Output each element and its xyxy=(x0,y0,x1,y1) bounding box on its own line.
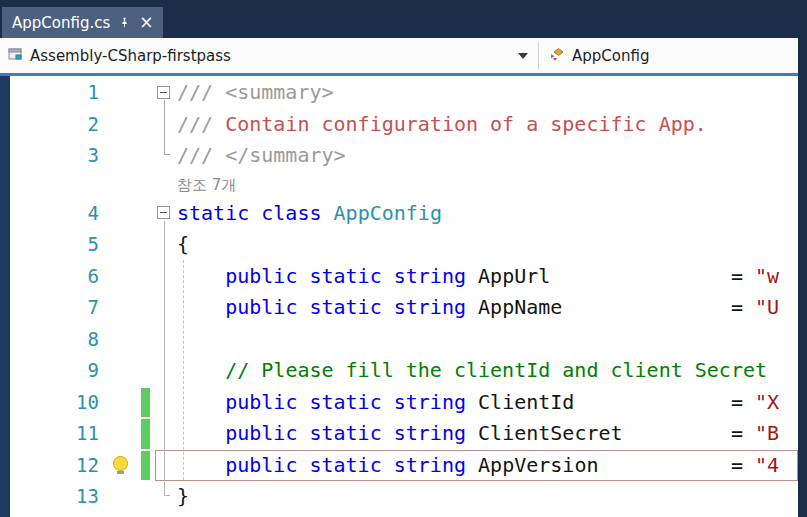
editor-left-margin xyxy=(0,76,10,517)
glyph-margin xyxy=(105,261,135,293)
codelens-references[interactable]: 참조 7개 xyxy=(177,172,798,198)
document-tab-bar: AppConfig.cs × xyxy=(0,0,807,38)
code-line[interactable]: 2/// Contain configuration of a specific… xyxy=(0,109,798,141)
code-text[interactable]: static class AppConfig xyxy=(177,198,798,230)
change-tracking-margin xyxy=(135,324,155,356)
change-tracking-margin xyxy=(135,198,155,230)
change-tracking-margin xyxy=(135,450,155,482)
change-tracking-margin xyxy=(135,229,155,261)
outlining-margin xyxy=(155,355,177,387)
code-area[interactable]: 1/// <summary>2/// Contain configuration… xyxy=(0,77,798,513)
line-number xyxy=(0,172,105,198)
code-text[interactable]: // Please fill the clientId and client S… xyxy=(177,355,798,387)
outlining-margin xyxy=(155,324,177,356)
outlining-margin xyxy=(155,450,177,482)
code-editor[interactable]: 1/// <summary>2/// Contain configuration… xyxy=(0,76,807,517)
code-text[interactable]: } xyxy=(177,481,798,513)
code-line[interactable]: 12 public static string AppVersion = "4 xyxy=(0,450,798,482)
fold-toggle-icon[interactable] xyxy=(157,86,170,99)
line-number: 7 xyxy=(0,292,105,324)
outlining-margin xyxy=(155,481,177,513)
glyph-margin xyxy=(105,109,135,141)
glyph-margin xyxy=(105,387,135,419)
code-line[interactable]: 1/// <summary> xyxy=(0,77,798,109)
vs-editor-window: AppConfig.cs × Assembly-CSharp-firstpass xyxy=(0,0,807,76)
type-dropdown[interactable]: AppConfig xyxy=(539,38,807,73)
code-text[interactable] xyxy=(177,324,798,356)
tab-title: AppConfig.cs xyxy=(12,14,110,32)
code-line[interactable]: 13} xyxy=(0,481,798,513)
code-line[interactable]: 9 // Please fill the clientId and client… xyxy=(0,355,798,387)
change-tracking-margin xyxy=(135,418,155,450)
code-line[interactable]: 3/// </summary> xyxy=(0,140,798,172)
line-number: 13 xyxy=(0,481,105,513)
type-dropdown-value: AppConfig xyxy=(572,47,649,65)
glyph-margin xyxy=(105,172,135,198)
project-dropdown[interactable]: Assembly-CSharp-firstpass xyxy=(0,38,538,73)
line-number: 10 xyxy=(0,387,105,419)
glyph-margin xyxy=(105,481,135,513)
code-text[interactable]: public static string AppUrl = "w xyxy=(177,261,798,293)
close-icon[interactable]: × xyxy=(139,14,153,31)
line-number: 1 xyxy=(0,77,105,109)
code-line[interactable]: 8 xyxy=(0,324,798,356)
glyph-margin xyxy=(105,418,135,450)
change-bar xyxy=(141,419,150,449)
code-line[interactable]: 7 public static string AppName = "U xyxy=(0,292,798,324)
change-tracking-margin xyxy=(135,481,155,513)
code-line[interactable]: 11 public static string ClientSecret = "… xyxy=(0,418,798,450)
change-tracking-margin xyxy=(135,261,155,293)
code-text[interactable]: { xyxy=(177,229,798,261)
outlining-margin xyxy=(155,198,177,230)
line-number: 6 xyxy=(0,261,105,293)
glyph-margin xyxy=(105,229,135,261)
line-number: 5 xyxy=(0,229,105,261)
change-tracking-margin xyxy=(135,355,155,387)
change-tracking-margin xyxy=(135,140,155,172)
lightbulb-icon[interactable] xyxy=(113,456,128,471)
glyph-margin xyxy=(105,292,135,324)
code-text[interactable]: public static string ClientSecret = "B xyxy=(177,418,798,450)
code-text[interactable]: /// </summary> xyxy=(177,140,798,172)
change-bar xyxy=(141,388,150,418)
code-text[interactable]: /// <summary> xyxy=(177,77,798,109)
change-bar xyxy=(141,451,150,481)
line-number: 11 xyxy=(0,418,105,450)
change-tracking-margin xyxy=(135,172,155,198)
code-line[interactable]: 5{ xyxy=(0,229,798,261)
line-number: 3 xyxy=(0,140,105,172)
glyph-margin xyxy=(105,450,135,482)
code-line[interactable]: 10 public static string ClientId = "X xyxy=(0,387,798,419)
outlining-margin xyxy=(155,387,177,419)
code-text[interactable]: public static string AppName = "U xyxy=(177,292,798,324)
outlining-margin xyxy=(155,418,177,450)
glyph-margin xyxy=(105,77,135,109)
code-text[interactable]: public static string AppVersion = "4 xyxy=(177,450,798,482)
change-tracking-margin xyxy=(135,109,155,141)
outlining-margin xyxy=(155,292,177,324)
code-text[interactable]: /// Contain configuration of a specific … xyxy=(177,109,798,141)
change-tracking-margin xyxy=(135,292,155,324)
line-number: 12 xyxy=(0,450,105,482)
code-line[interactable]: 4static class AppConfig xyxy=(0,198,798,230)
tab-appconfig-cs[interactable]: AppConfig.cs × xyxy=(2,7,163,38)
outlining-margin xyxy=(155,261,177,293)
line-number: 4 xyxy=(0,198,105,230)
fold-toggle-icon[interactable] xyxy=(157,206,170,219)
code-line[interactable]: 6 public static string AppUrl = "w xyxy=(0,261,798,293)
outlining-margin xyxy=(155,172,177,198)
project-icon xyxy=(7,46,23,66)
glyph-margin xyxy=(105,355,135,387)
dropdown-arrow-icon[interactable] xyxy=(518,53,528,59)
glyph-margin xyxy=(105,140,135,172)
code-text[interactable]: public static string ClientId = "X xyxy=(177,387,798,419)
navigation-bar: Assembly-CSharp-firstpass AppConfig xyxy=(0,38,807,73)
pin-icon[interactable] xyxy=(119,16,130,29)
outlining-margin xyxy=(155,140,177,172)
editor-right-border xyxy=(798,35,807,517)
codelens-row[interactable]: 참조 7개 xyxy=(0,172,798,198)
line-number: 9 xyxy=(0,355,105,387)
change-tracking-margin xyxy=(135,77,155,109)
outlining-margin xyxy=(155,109,177,141)
outlining-margin xyxy=(155,229,177,261)
